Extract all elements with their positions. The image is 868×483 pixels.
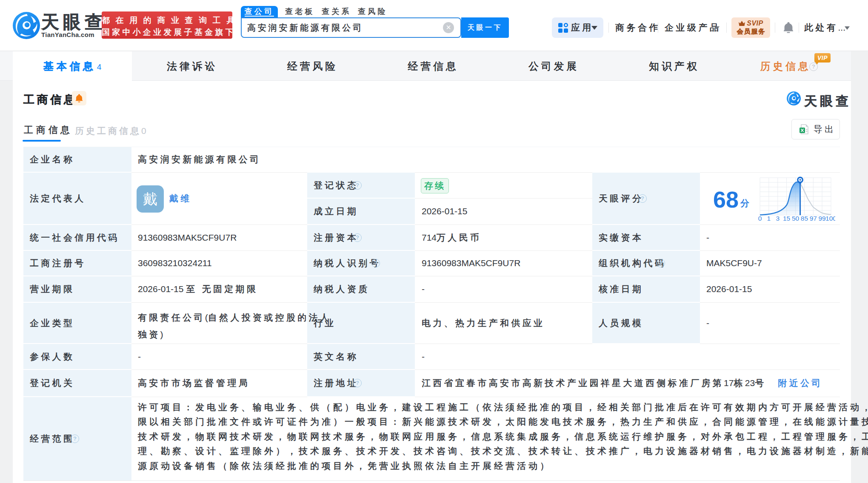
svg-text:100: 100 xyxy=(825,215,835,222)
svg-text:1: 1 xyxy=(767,215,771,222)
svg-text:99: 99 xyxy=(818,215,825,222)
svg-text:0: 0 xyxy=(758,215,762,222)
svg-text:50: 50 xyxy=(792,215,799,222)
svg-text:85: 85 xyxy=(801,215,808,222)
svg-text:97: 97 xyxy=(810,215,817,222)
svg-text:3: 3 xyxy=(776,215,779,222)
svg-text:15: 15 xyxy=(783,215,790,222)
